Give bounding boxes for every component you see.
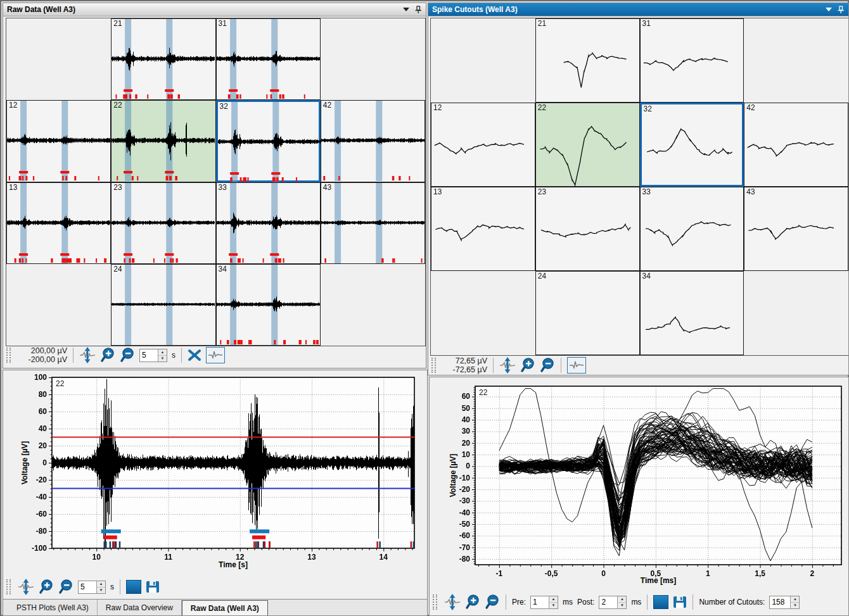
autoscale-icon xyxy=(79,347,96,363)
autoscale-button[interactable] xyxy=(18,579,34,595)
channel-trace-canvas xyxy=(431,103,534,186)
x-tick-label: 1,5 xyxy=(755,569,765,578)
channel-cell-42[interactable]: 42 xyxy=(744,103,848,187)
toolbar-grip[interactable] xyxy=(431,358,436,373)
spin-down-icon[interactable]: ▼ xyxy=(618,603,626,608)
channel-cell-21[interactable]: 21 xyxy=(111,18,215,100)
zoom-out-button[interactable] xyxy=(485,594,500,610)
channel-cell-12[interactable]: 12 xyxy=(6,100,111,182)
channel-cell-31[interactable]: 31 xyxy=(640,18,744,103)
cutout-plot-canvas[interactable] xyxy=(469,380,848,571)
zoom-out-button[interactable] xyxy=(540,358,555,373)
spin-up-icon[interactable]: ▲ xyxy=(97,581,105,588)
channel-cell-24[interactable]: 24 xyxy=(111,264,215,346)
channel-cell-32[interactable]: 32 xyxy=(216,100,321,182)
pre-spinbox[interactable]: ▲▼ xyxy=(530,596,558,609)
cutout-count-label: Number of Cutouts: xyxy=(699,598,765,607)
time-window-input[interactable] xyxy=(140,349,158,361)
zoom-out-button[interactable] xyxy=(58,579,73,594)
y-tick-label: 0 xyxy=(466,462,470,470)
time-window-spinbox[interactable]: ▲▼ xyxy=(139,349,167,362)
save-button[interactable] xyxy=(146,581,160,593)
raw-data-titlebar[interactable]: Raw Data (Well A3) xyxy=(3,3,426,16)
channel-cell-34[interactable]: 34 xyxy=(640,271,744,355)
panel-title: Spike Cutouts (Well A3) xyxy=(432,5,820,14)
post-spinbox[interactable]: ▲▼ xyxy=(599,596,627,609)
zoom-in-button[interactable] xyxy=(520,358,535,373)
spin-down-icon[interactable]: ▼ xyxy=(97,588,105,593)
channel-cell-42[interactable]: 42 xyxy=(321,100,425,182)
time-window-spinbox[interactable]: ▲▼ xyxy=(78,581,106,594)
channel-cell-13[interactable]: 13 xyxy=(6,182,111,264)
panel-menu-button[interactable] xyxy=(826,8,832,11)
spinner-buttons[interactable]: ▲▼ xyxy=(790,596,799,608)
channel-cell-34[interactable]: 34 xyxy=(216,264,321,346)
spinner-buttons[interactable]: ▲▼ xyxy=(617,596,626,608)
spinner-buttons[interactable]: ▲▼ xyxy=(96,581,105,593)
tab-psth-plots-well-a3[interactable]: PSTH Plots (Well A3) xyxy=(8,600,98,615)
cutout-count-input[interactable] xyxy=(770,596,790,608)
autoscale-button[interactable] xyxy=(79,347,96,363)
zoom-in-button[interactable] xyxy=(465,594,480,610)
cutout-display-toggle-button[interactable] xyxy=(567,357,586,374)
y-tick-label: -20 xyxy=(36,475,47,484)
toolbar-grip[interactable] xyxy=(6,348,11,363)
pin-button[interactable] xyxy=(837,6,845,14)
channel-number-label: 33 xyxy=(642,187,651,196)
spin-up-icon[interactable]: ▲ xyxy=(158,349,167,356)
channel-cell-31[interactable]: 31 xyxy=(216,18,321,100)
spinner-buttons[interactable]: ▲▼ xyxy=(158,349,167,361)
panel-menu-button[interactable] xyxy=(403,8,409,11)
spin-up-icon[interactable]: ▲ xyxy=(549,596,558,603)
channel-cell-23[interactable]: 23 xyxy=(535,187,640,271)
y-tick-label: -40 xyxy=(459,508,470,517)
spin-up-icon[interactable]: ▲ xyxy=(618,596,626,603)
channel-cell-33[interactable]: 33 xyxy=(640,187,744,271)
toolbar-grip[interactable] xyxy=(433,594,437,610)
post-input[interactable] xyxy=(599,596,617,608)
spin-down-icon[interactable]: ▼ xyxy=(158,356,167,361)
spin-down-icon[interactable]: ▼ xyxy=(549,603,558,608)
color-swatch-button[interactable] xyxy=(126,580,141,594)
clear-selection-button[interactable] xyxy=(188,349,201,361)
tab-raw-data-well-a3[interactable]: Raw Data (Well A3) xyxy=(182,600,268,615)
time-window-input[interactable] xyxy=(79,581,96,593)
channel-cell-22[interactable]: 22 xyxy=(535,103,640,187)
cutout-display-toggle-button[interactable] xyxy=(206,347,225,363)
channel-cell-23[interactable]: 23 xyxy=(111,182,215,264)
channel-cell-22[interactable]: 22 xyxy=(111,100,215,182)
autoscale-button[interactable] xyxy=(444,594,461,610)
channel-trace-canvas xyxy=(744,103,847,186)
spin-down-icon[interactable]: ▼ xyxy=(791,603,799,608)
channel-trace-canvas xyxy=(217,265,320,345)
cutout-count-spinbox[interactable]: ▲▼ xyxy=(769,596,800,609)
toolbar-grip[interactable] xyxy=(6,579,11,594)
channel-cell-32[interactable]: 32 xyxy=(640,103,744,187)
tab-raw-data-overview[interactable]: Raw Data Overview xyxy=(98,600,182,615)
channel-cell-12[interactable]: 12 xyxy=(431,103,535,187)
zoom-out-button[interactable] xyxy=(120,348,135,363)
scale-max-label: 200,00 µV xyxy=(18,346,67,355)
channel-cell-13[interactable]: 13 xyxy=(431,187,535,271)
spinner-buttons[interactable]: ▲▼ xyxy=(549,596,558,608)
save-button[interactable] xyxy=(673,596,687,608)
channel-cell-24[interactable]: 24 xyxy=(535,271,640,355)
channel-cell-43[interactable]: 43 xyxy=(321,182,425,264)
channel-trace-canvas xyxy=(431,187,534,270)
zoom-in-button[interactable] xyxy=(39,579,54,594)
channel-cell-21[interactable]: 21 xyxy=(535,18,640,103)
channel-cell-33[interactable]: 33 xyxy=(216,182,321,264)
pin-button[interactable] xyxy=(414,6,422,14)
channel-number-label: 32 xyxy=(220,102,228,111)
pre-input[interactable] xyxy=(531,596,549,608)
plot-channel-label: 22 xyxy=(56,379,64,388)
raw-data-plot-canvas[interactable] xyxy=(46,371,421,555)
channel-cell-43[interactable]: 43 xyxy=(744,187,848,271)
color-swatch-button[interactable] xyxy=(653,595,668,609)
spike-cutouts-titlebar[interactable]: Spike Cutouts (Well A3) xyxy=(428,3,848,16)
channel-trace-canvas xyxy=(112,19,215,99)
autoscale-button[interactable] xyxy=(499,357,516,374)
zoom-in-button[interactable] xyxy=(100,348,115,363)
spin-up-icon[interactable]: ▲ xyxy=(791,596,799,603)
channel-number-label: 23 xyxy=(538,187,546,196)
